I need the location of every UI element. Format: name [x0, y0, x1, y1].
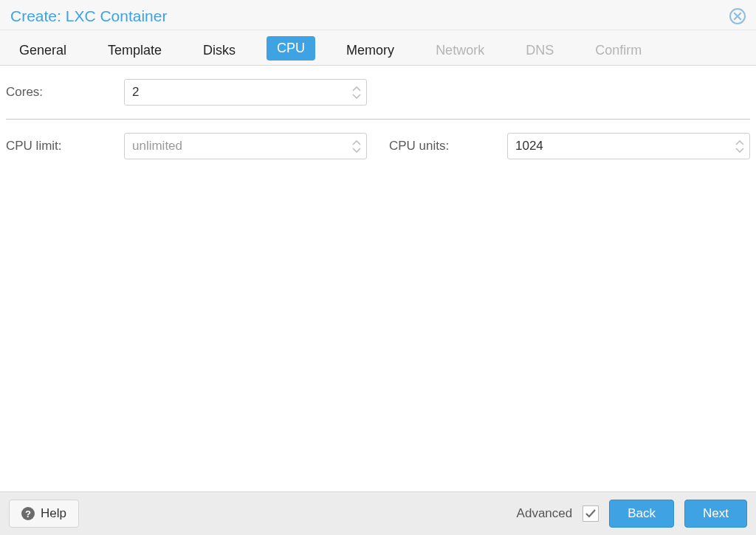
back-button[interactable]: Back — [609, 500, 674, 528]
tab-confirm: Confirm — [585, 37, 652, 66]
chevron-down-icon — [352, 93, 361, 99]
chevron-down-icon — [735, 147, 744, 153]
help-button[interactable]: ? Help — [9, 500, 79, 528]
close-icon — [733, 12, 742, 21]
tab-general[interactable]: General — [9, 37, 77, 66]
row-cpu-units: CPU units: — [389, 130, 750, 162]
chevron-up-icon — [352, 86, 361, 92]
advanced-checkbox[interactable] — [583, 505, 599, 522]
row-cores: Cores: — [6, 76, 367, 108]
close-button[interactable] — [729, 8, 746, 24]
cpu-units-spinner[interactable] — [507, 133, 750, 159]
next-button[interactable]: Next — [684, 500, 747, 528]
chevron-up-icon — [735, 140, 744, 146]
dialog-header: Create: LXC Container — [0, 0, 756, 30]
cores-spinner[interactable] — [124, 79, 367, 106]
advanced-label: Advanced — [517, 506, 573, 521]
cpu-limit-spinner[interactable] — [124, 133, 367, 159]
dialog-footer: ? Help Advanced Back Next — [0, 491, 756, 535]
tab-memory[interactable]: Memory — [336, 37, 405, 66]
cpu-limit-label: CPU limit: — [6, 139, 117, 153]
check-icon — [585, 508, 597, 520]
wizard-tabs: General Template Disks CPU Memory Networ… — [0, 30, 756, 66]
help-icon: ? — [21, 507, 35, 520]
chevron-up-icon — [352, 140, 361, 146]
tab-disks[interactable]: Disks — [193, 37, 246, 66]
cpu-units-input[interactable] — [508, 139, 730, 153]
tab-cpu[interactable]: CPU — [267, 36, 315, 61]
cpu-limit-spin-buttons[interactable] — [347, 140, 366, 153]
row-cpu-limit: CPU limit: — [6, 130, 367, 162]
row-separator — [6, 119, 750, 120]
cpu-units-spin-buttons[interactable] — [730, 140, 749, 153]
tab-network: Network — [425, 37, 495, 66]
cpu-limit-input[interactable] — [125, 139, 347, 153]
dialog-title: Create: LXC Container — [10, 7, 167, 25]
cpu-form: Cores: CPU limit: CPU units: — [6, 76, 750, 162]
dialog-body: Cores: CPU limit: CPU units: — [0, 66, 756, 491]
tab-template[interactable]: Template — [97, 37, 172, 66]
cpu-units-label: CPU units: — [389, 139, 500, 153]
tab-dns: DNS — [515, 37, 564, 66]
chevron-down-icon — [352, 147, 361, 153]
cores-spin-buttons[interactable] — [347, 86, 366, 99]
cores-input[interactable] — [125, 85, 347, 100]
cores-label: Cores: — [6, 85, 117, 100]
help-label: Help — [41, 506, 66, 521]
